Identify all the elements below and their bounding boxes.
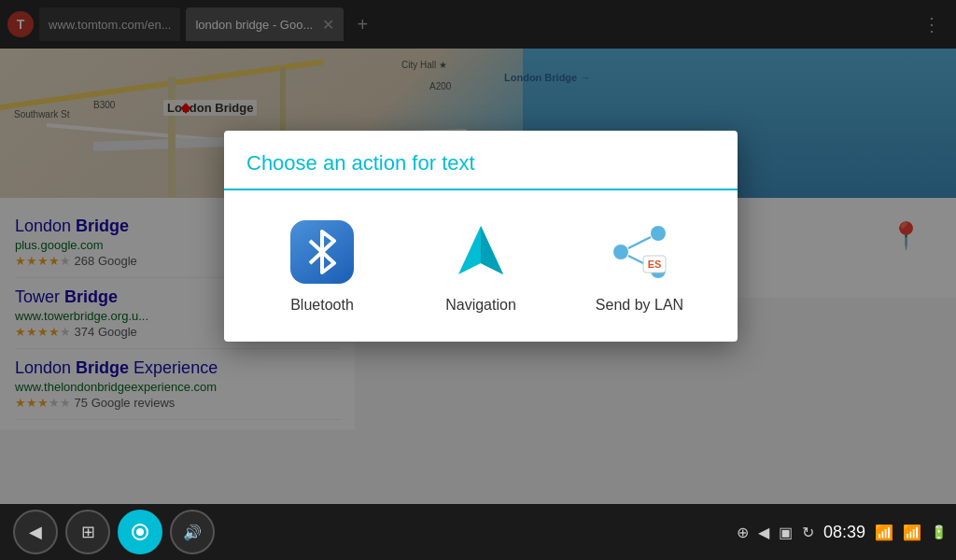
bluetooth-icon-container: [288, 218, 356, 286]
volume-icon: 🔊: [183, 524, 202, 541]
sync-status-icon: ↻: [802, 524, 814, 541]
back-icon: ◀: [29, 522, 42, 542]
bluetooth-icon: [290, 220, 354, 284]
wifi-icon: 📶: [875, 524, 893, 541]
svg-point-2: [651, 226, 666, 241]
navigation-action[interactable]: Navigation: [425, 218, 537, 314]
dialog-title: Choose an action for text: [246, 151, 715, 175]
svg-text:ES: ES: [648, 259, 662, 270]
back-button[interactable]: ◀: [13, 510, 58, 554]
taskbar: ◀ ⊞ 🔊 ⊕ ◀ ▣ ↻ 08:39 📶 📶 🔋: [0, 504, 956, 560]
bluetooth-action[interactable]: Bluetooth: [266, 218, 378, 314]
bluetooth-status-icon: 📶: [903, 524, 921, 541]
send-lan-label: Send by LAN: [596, 297, 683, 314]
svg-marker-1: [481, 226, 503, 274]
action-dialog: Choose an action for text Bluetooth: [224, 131, 738, 342]
send-lan-icon-container: ES: [606, 218, 673, 286]
svg-line-5: [628, 237, 651, 248]
bluetooth-label: Bluetooth: [290, 297, 354, 314]
navigation-icon-container: [447, 218, 514, 286]
send-lan-svg: ES: [608, 220, 671, 284]
home-icon: ⊞: [81, 522, 95, 542]
clock: 08:39: [823, 523, 865, 542]
navigate-status-icon: ◀: [758, 524, 769, 541]
volume-button[interactable]: 🔊: [170, 510, 215, 554]
bluetooth-symbol-svg: [302, 228, 342, 276]
location-status-icon: ⊕: [737, 524, 749, 541]
send-lan-icon: ES: [608, 220, 671, 284]
home-button[interactable]: ⊞: [65, 510, 110, 554]
svg-point-4: [613, 245, 628, 259]
status-bar: ⊕ ◀ ▣ ↻ 08:39 📶 📶 🔋: [737, 523, 947, 542]
dialog-header: Choose an action for text: [224, 131, 738, 190]
navigation-icon: [449, 220, 513, 284]
send-lan-action[interactable]: ES Send by LAN: [583, 218, 696, 314]
svg-point-10: [136, 528, 144, 536]
navigation-label: Navigation: [445, 297, 516, 314]
camera-button[interactable]: [118, 510, 162, 554]
dialog-body: Bluetooth Navigation: [224, 190, 738, 342]
navigation-arrow-svg: [451, 222, 511, 282]
camera-icon: [129, 521, 151, 543]
battery-icon: 🔋: [931, 525, 947, 539]
screen-status-icon: ▣: [779, 524, 793, 541]
